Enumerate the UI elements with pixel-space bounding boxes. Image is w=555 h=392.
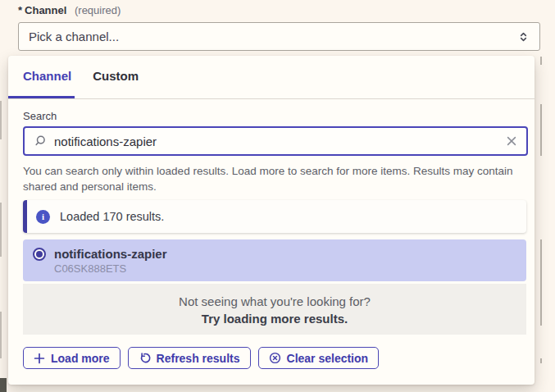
hint-line-2: Try loading more results. — [23, 310, 526, 327]
dropdown-tabs: Channel Custom — [8, 56, 535, 99]
background-field-border-fragment — [540, 57, 542, 65]
tab-channel[interactable]: Channel — [8, 56, 75, 98]
radio-selected-icon[interactable] — [33, 248, 46, 261]
select-updown-icon — [517, 30, 530, 43]
clear-search-icon[interactable] — [506, 135, 517, 147]
background-field-border-fragment — [540, 104, 542, 156]
background-field-border-fragment — [0, 312, 2, 358]
info-banner: i Loaded 170 results. — [23, 200, 526, 233]
required-asterisk: * — [18, 4, 22, 16]
result-item-notifications-zapier[interactable]: notifications-zapier C06SK888ETS — [23, 239, 526, 281]
info-icon: i — [36, 210, 50, 224]
search-input-wrapper — [23, 126, 528, 156]
tab-custom-label: Custom — [93, 69, 139, 83]
tab-custom[interactable]: Custom — [89, 56, 142, 98]
dropdown-actions: Load more Refresh results Clear selectio… — [23, 347, 379, 369]
refresh-icon — [139, 352, 151, 364]
search-help-text: You can search only within loaded result… — [23, 163, 521, 194]
search-icon — [34, 134, 47, 148]
load-more-button[interactable]: Load more — [23, 347, 121, 369]
clear-selection-button[interactable]: Clear selection — [258, 347, 380, 369]
background-field-border-fragment — [0, 203, 2, 257]
info-banner-text: Loaded 170 results. — [60, 210, 164, 223]
select-placeholder: Pick a channel... — [29, 30, 517, 43]
channel-picker-screen: *Channel (required) Pick a channel... Ch… — [0, 0, 555, 392]
background-field-border-fragment — [540, 239, 542, 326]
info-banner-accent-bar — [23, 200, 27, 233]
plus-icon — [34, 353, 45, 364]
result-channel-id: C06SK888ETS — [54, 262, 167, 276]
clear-selection-label: Clear selection — [287, 352, 369, 365]
required-note: (required) — [75, 4, 121, 16]
result-title: notifications-zapier — [54, 246, 167, 262]
channel-picker-dropdown: Channel Custom Search You can search onl… — [8, 56, 535, 385]
background-field-border-fragment — [540, 358, 542, 363]
search-input[interactable] — [54, 134, 506, 148]
clear-circle-icon — [269, 352, 281, 364]
channel-select[interactable]: Pick a channel... — [18, 22, 540, 51]
channel-field-label: *Channel (required) — [18, 4, 121, 16]
load-more-label: Load more — [51, 352, 110, 365]
tab-channel-label: Channel — [23, 69, 71, 83]
refresh-results-button[interactable]: Refresh results — [128, 347, 251, 369]
hint-line-1: Not seeing what you're looking for? — [23, 293, 526, 310]
refresh-results-label: Refresh results — [157, 352, 240, 365]
background-field-border-fragment — [0, 101, 2, 139]
field-label-text: Channel — [25, 4, 66, 16]
load-more-hint: Not seeing what you're looking for? Try … — [23, 284, 526, 335]
background-element-fragment — [0, 378, 7, 392]
search-label: Search — [23, 110, 57, 122]
